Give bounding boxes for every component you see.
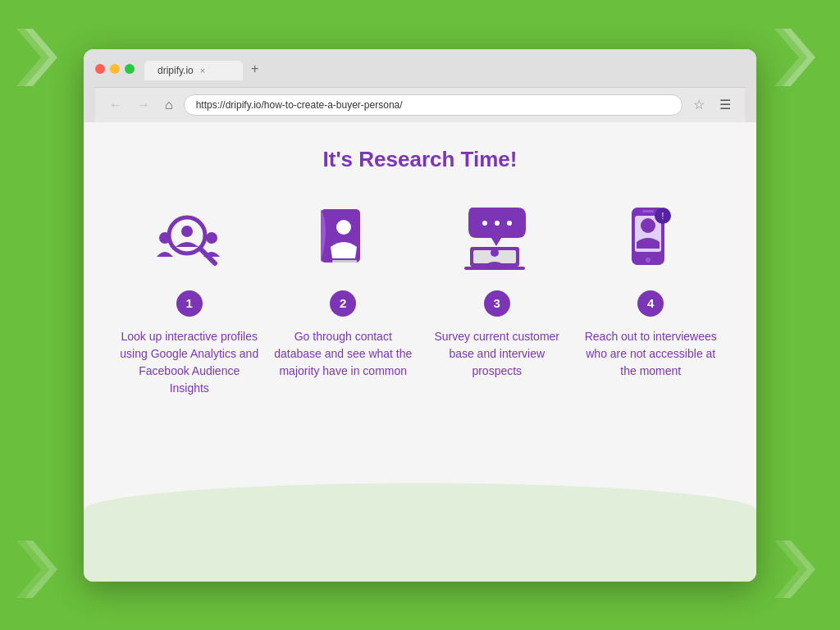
step-2: 2 Go through contact database and see wh…	[273, 197, 413, 397]
close-button[interactable]	[95, 64, 105, 74]
svg-point-10	[507, 221, 512, 226]
svg-point-3	[181, 226, 193, 237]
step-1-text: Look up interactive profiles using Googl…	[120, 328, 259, 397]
tab-label: dripify.io	[158, 65, 194, 76]
svg-point-9	[495, 221, 500, 226]
step-4-number: 4	[637, 290, 664, 317]
steps-grid: 1 Look up interactive profiles using Goo…	[116, 197, 724, 397]
svg-point-18	[646, 258, 651, 262]
svg-point-19	[641, 218, 655, 233]
minimize-button[interactable]	[110, 64, 120, 74]
menu-button[interactable]: ☰	[715, 95, 735, 114]
browser-content: It's Research Time!	[84, 122, 756, 582]
step-3-number: 3	[484, 290, 510, 317]
content-inner: It's Research Time!	[116, 147, 724, 397]
title-bar: dripify.io × +	[95, 57, 745, 80]
step-3: 3 Survey current customer base and inter…	[427, 197, 567, 397]
svg-rect-17	[642, 210, 654, 212]
step-2-text: Go through contact database and see what…	[273, 328, 413, 380]
content-arc-decoration	[84, 483, 756, 582]
bookmark-button[interactable]: ☆	[689, 95, 709, 114]
address-bar[interactable]: https://dripify.io/how-to-create-a-buyer…	[184, 94, 682, 116]
deco-chevron-tl	[16, 25, 66, 94]
url-text: https://dripify.io/how-to-create-a-buyer…	[196, 99, 670, 111]
forward-button[interactable]: →	[133, 96, 154, 114]
maximize-button[interactable]	[125, 64, 135, 74]
people-search-icon	[148, 197, 231, 279]
svg-point-1	[206, 232, 217, 244]
step-4-text: Reach out to interviewees who are not ac…	[581, 328, 720, 380]
step-2-number: 2	[330, 290, 356, 317]
svg-rect-7	[332, 260, 357, 262]
svg-text:!: !	[662, 212, 664, 221]
video-interview-icon	[456, 197, 538, 279]
deco-chevron-br	[774, 536, 824, 605]
tab-close-icon[interactable]: ×	[200, 66, 205, 75]
svg-point-8	[482, 221, 487, 226]
svg-point-13	[491, 249, 499, 257]
svg-rect-14	[464, 267, 525, 270]
step-1: 1 Look up interactive profiles using Goo…	[120, 197, 259, 397]
browser-chrome: dripify.io × + ← → ⌂ https://dripify.io/…	[84, 49, 756, 122]
svg-point-6	[336, 220, 351, 235]
step-3-text: Survey current customer base and intervi…	[427, 328, 567, 380]
step-1-number: 1	[176, 290, 203, 317]
step-4: ! 4 Reach out to interviewees who are no…	[581, 197, 720, 397]
deco-chevron-bl	[16, 536, 66, 605]
home-button[interactable]: ⌂	[161, 96, 177, 114]
traffic-lights	[95, 64, 135, 74]
new-tab-button[interactable]: +	[243, 57, 267, 80]
deco-chevron-tr	[774, 25, 824, 94]
browser-window: dripify.io × + ← → ⌂ https://dripify.io/…	[84, 49, 756, 582]
contact-book-icon	[302, 197, 384, 279]
back-button[interactable]: ←	[105, 96, 126, 114]
browser-nav: ← → ⌂ https://dripify.io/how-to-create-a…	[95, 87, 745, 122]
page-title: It's Research Time!	[116, 147, 724, 172]
mobile-contact-icon: !	[609, 197, 692, 279]
active-tab[interactable]: dripify.io ×	[144, 61, 243, 80]
tab-bar: dripify.io × +	[144, 57, 745, 80]
